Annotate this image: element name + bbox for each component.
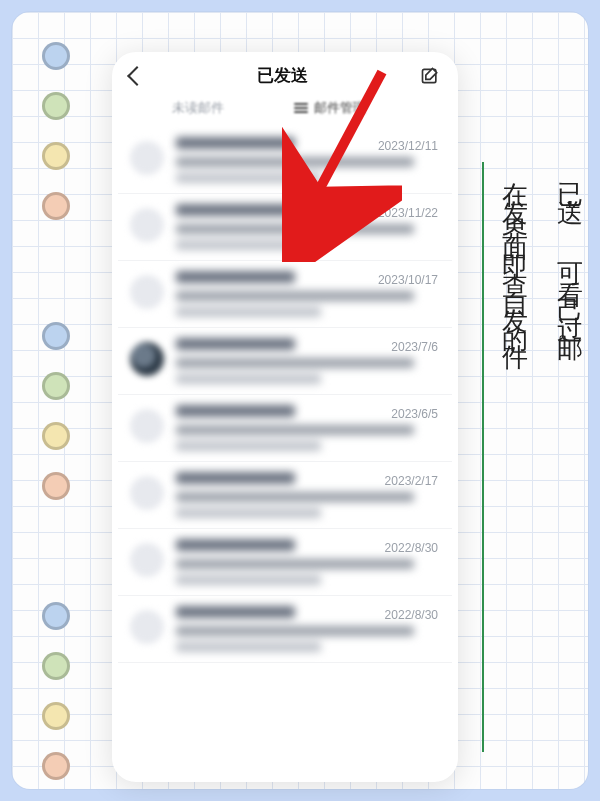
annotation-col-1: 在发界面即查自发的件	[497, 162, 532, 762]
mail-date: 2023/7/6	[391, 340, 438, 354]
annotation-rule	[482, 162, 484, 752]
avatar	[130, 141, 164, 175]
back-icon[interactable]	[127, 66, 147, 86]
mail-manage-label: 邮件管理	[314, 99, 366, 117]
mail-date: 2022/8/30	[385, 608, 438, 622]
mail-row[interactable]: 2023/12/11	[118, 127, 452, 194]
compose-icon[interactable]	[420, 66, 440, 86]
unread-filter[interactable]: 未读邮件	[172, 99, 224, 117]
annotation-col-2: 已送，可看己过邮。	[552, 162, 587, 762]
decor-dot	[42, 372, 70, 400]
decor-dot	[42, 422, 70, 450]
decor-dot	[42, 472, 70, 500]
mail-row[interactable]: 2023/7/6	[118, 328, 452, 395]
avatar	[130, 610, 164, 644]
decor-dot	[42, 702, 70, 730]
mail-date: 2023/11/22	[378, 206, 438, 220]
mail-row[interactable]: 2022/8/30	[118, 529, 452, 596]
phone-screenshot: 已发送 未读邮件 邮件管理 2023/12/112023/11/222023/1…	[112, 52, 458, 782]
mail-list: 2023/12/112023/11/222023/10/172023/7/620…	[112, 127, 458, 663]
mail-date: 2022/8/30	[385, 541, 438, 555]
decor-dot	[42, 92, 70, 120]
decor-dot	[42, 192, 70, 220]
mail-date: 2023/12/11	[378, 139, 438, 153]
mail-manage[interactable]: 邮件管理	[294, 99, 366, 117]
avatar	[130, 543, 164, 577]
phone-subheader: 未读邮件 邮件管理	[112, 93, 458, 127]
mail-row[interactable]: 2023/6/5	[118, 395, 452, 462]
mail-date: 2023/2/17	[385, 474, 438, 488]
decor-dot	[42, 652, 70, 680]
decor-dot	[42, 42, 70, 70]
avatar	[130, 342, 164, 376]
phone-header: 已发送	[112, 52, 458, 93]
decor-dot	[42, 142, 70, 170]
list-icon	[294, 101, 308, 115]
decor-dot	[42, 322, 70, 350]
page-title: 已发送	[257, 64, 308, 87]
annotation-text: 在发界面即查自发的件 已送，可看己过邮。	[492, 162, 592, 762]
mail-date: 2023/6/5	[391, 407, 438, 421]
mail-row[interactable]: 2023/10/17	[118, 261, 452, 328]
avatar	[130, 476, 164, 510]
avatar	[130, 409, 164, 443]
decor-dot	[42, 602, 70, 630]
decor-dots	[42, 42, 70, 801]
mail-row[interactable]: 2022/8/30	[118, 596, 452, 663]
avatar	[130, 275, 164, 309]
mail-row[interactable]: 2023/2/17	[118, 462, 452, 529]
decor-dot	[42, 752, 70, 780]
avatar	[130, 208, 164, 242]
mail-row[interactable]: 2023/11/22	[118, 194, 452, 261]
grid-paper: 已发送 未读邮件 邮件管理 2023/12/112023/11/222023/1…	[12, 12, 588, 789]
mail-date: 2023/10/17	[378, 273, 438, 287]
